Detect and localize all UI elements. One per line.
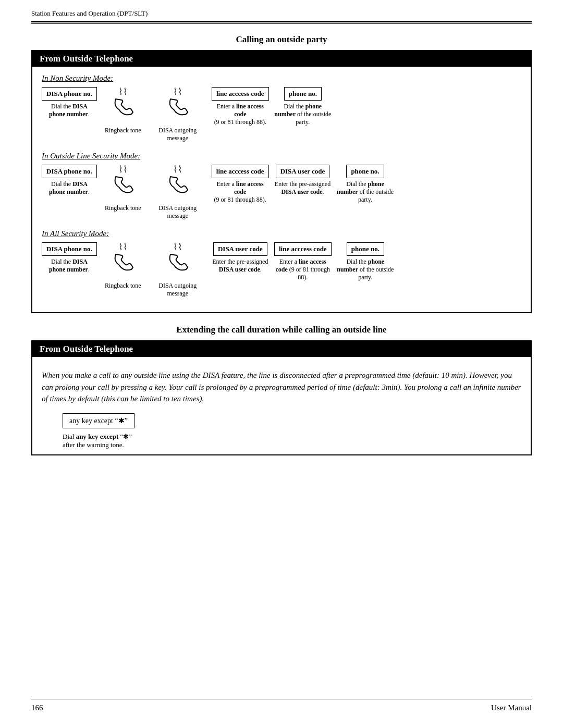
section1-box: From Outside Telephone In Non Security M… bbox=[31, 50, 532, 313]
mode1-step4: line acccess code Enter a line access co… bbox=[212, 87, 269, 126]
mode1-phone-box: phone no. bbox=[284, 87, 322, 101]
mode1-line-desc: Enter a line access code(9 or 81 through… bbox=[212, 103, 269, 126]
mode2-phone-desc: Dial the phonenumber of the outside part… bbox=[337, 180, 394, 204]
mode1-handset2 bbox=[166, 96, 189, 122]
section2-box: From Outside Telephone When you make a c… bbox=[31, 340, 532, 455]
mode3-ringback: Ringback tone bbox=[105, 282, 141, 290]
mode1-section: In Non Security Mode: DISA phone no. Dia… bbox=[42, 74, 521, 142]
mode2-handset2 bbox=[166, 174, 189, 200]
mode3-step4: DISA user code Enter the pre-assigned DI… bbox=[212, 242, 269, 274]
mode3-user-box: DISA user code bbox=[213, 242, 267, 256]
mode3-step2: ⌇⌇ Ringback tone bbox=[102, 242, 144, 290]
mode3-user-desc: Enter the pre-assigned DISA user code. bbox=[212, 258, 269, 274]
mode2-ringback: Ringback tone bbox=[105, 204, 141, 212]
mode1-squig2: ⌇⌇ bbox=[173, 87, 182, 96]
mode1-disa-desc: Dial the DISAphone number. bbox=[49, 103, 90, 118]
mode2-step5: DISA user code Enter the pre-assigned DI… bbox=[274, 165, 332, 196]
mode2-phone2: ⌇⌇ bbox=[166, 165, 189, 202]
mode1-disa-box: DISA phone no. bbox=[42, 87, 97, 101]
mode1-label: In Non Security Mode: bbox=[42, 74, 521, 83]
section2-box-header: From Outside Telephone bbox=[32, 341, 531, 357]
section1-box-header: From Outside Telephone bbox=[32, 51, 531, 67]
mode2-line-box: line acccess code bbox=[212, 165, 269, 178]
any-key-box: any key except “✱” bbox=[63, 413, 134, 428]
page-header: Station Features and Operation (DPT/SLT) bbox=[0, 0, 563, 21]
mode2-disa-out: DISA outgoing message bbox=[149, 204, 206, 220]
header-text: Station Features and Operation (DPT/SLT) bbox=[31, 9, 148, 17]
mode3-step6: phone no. Dial the phone number of the o… bbox=[337, 242, 394, 281]
mode2-disa-box: DISA phone no. bbox=[42, 165, 97, 178]
mode3-flow: DISA phone no. Dial the DISAphone number… bbox=[42, 242, 521, 298]
mode2-label: In Outside Line Security Mode: bbox=[42, 152, 521, 161]
main-content: Calling an outside party From Outside Te… bbox=[0, 24, 563, 477]
section2-paragraph: When you make a call to any outside line… bbox=[42, 369, 521, 405]
page-footer: 166 User Manual bbox=[31, 699, 532, 712]
mode2-step1: DISA phone no. Dial the DISAphone number… bbox=[42, 165, 97, 196]
mode3-handset1 bbox=[112, 252, 134, 278]
mode1-phone-desc: Dial the phone number of the outside par… bbox=[274, 103, 332, 126]
mode1-step1: DISA phone no. Dial the DISAphone number… bbox=[42, 87, 97, 118]
mode3-label: In All Security Mode: bbox=[42, 229, 521, 238]
section1-title: Calling an outside party bbox=[31, 34, 532, 45]
mode2-phone1: ⌇⌇ bbox=[112, 165, 134, 202]
header-rule-thick bbox=[31, 21, 532, 22]
mode2-user-box: DISA user code bbox=[276, 165, 330, 178]
mode3-disa-box: DISA phone no. bbox=[42, 242, 97, 256]
mode1-ringback: Ringback tone bbox=[105, 127, 141, 134]
mode1-squig1: ⌇⌇ bbox=[118, 87, 128, 96]
key-area: any key except “✱” Dial any key except “… bbox=[63, 413, 521, 449]
footer-title: User Manual bbox=[491, 704, 532, 712]
mode1-step3: ⌇⌇ DISA outgoing message bbox=[149, 87, 206, 142]
mode3-disa-out: DISA outgoing message bbox=[149, 282, 206, 298]
mode1-step2: ⌇⌇ Ringback tone bbox=[102, 87, 144, 134]
mode1-phone1: ⌇⌇ bbox=[112, 87, 134, 125]
mode1-line-box: line acccess code bbox=[212, 87, 269, 101]
mode3-phone-desc: Dial the phone number of the outside par… bbox=[337, 258, 394, 281]
mode3-section: In All Security Mode: DISA phone no. Dia… bbox=[42, 229, 521, 298]
mode3-squig2: ⌇⌇ bbox=[173, 242, 182, 252]
mode1-step5: phone no. Dial the phone number of the o… bbox=[274, 87, 332, 126]
mode2-user-desc: Enter the pre-assigned DISA user code. bbox=[274, 180, 332, 196]
mode3-handset2 bbox=[166, 252, 189, 278]
mode3-step5: line acccess code Enter a line access co… bbox=[274, 242, 332, 281]
mode3-disa-desc: Dial the DISAphone number. bbox=[49, 258, 90, 274]
mode3-squig1: ⌇⌇ bbox=[118, 242, 128, 252]
mode1-disa-out: DISA outgoing message bbox=[149, 127, 206, 142]
mode2-squig2: ⌇⌇ bbox=[173, 165, 182, 174]
mode2-phone-box: phone no. bbox=[346, 165, 384, 178]
mode1-flow: DISA phone no. Dial the DISAphone number… bbox=[42, 87, 521, 142]
mode3-phone2: ⌇⌇ bbox=[166, 242, 189, 280]
mode1-handset1 bbox=[112, 96, 134, 122]
key-desc: Dial any key except “✱”after the warning… bbox=[63, 433, 132, 449]
mode2-handset1 bbox=[112, 174, 134, 200]
section1-box-content: In Non Security Mode: DISA phone no. Dia… bbox=[32, 67, 531, 312]
mode2-disa-desc: Dial the DISAphone number. bbox=[49, 180, 90, 196]
mode2-section: In Outside Line Security Mode: DISA phon… bbox=[42, 152, 521, 220]
mode1-phone2: ⌇⌇ bbox=[166, 87, 189, 125]
mode2-step2: ⌇⌇ Ringback tone bbox=[102, 165, 144, 212]
mode3-step3: ⌇⌇ DISA outgoing message bbox=[149, 242, 206, 298]
mode3-line-box: line acccess code bbox=[274, 242, 332, 256]
mode3-line-desc: Enter a line access code (9 or 81 throug… bbox=[274, 258, 332, 281]
mode2-step3: ⌇⌇ DISA outgoing message bbox=[149, 165, 206, 220]
mode3-phone-box: phone no. bbox=[347, 242, 384, 256]
mode2-step6: phone no. Dial the phonenumber of the ou… bbox=[337, 165, 394, 204]
mode3-step1: DISA phone no. Dial the DISAphone number… bbox=[42, 242, 97, 274]
mode2-line-desc: Enter a line accesscode(9 or 81 through … bbox=[214, 180, 266, 204]
mode2-flow: DISA phone no. Dial the DISAphone number… bbox=[42, 165, 521, 220]
mode2-step4: line acccess code Enter a line accesscod… bbox=[212, 165, 269, 204]
section2-title: Extending the call duration while callin… bbox=[31, 325, 532, 335]
section2-box-content: When you make a call to any outside line… bbox=[32, 357, 531, 454]
page-number: 166 bbox=[31, 704, 43, 712]
mode2-squig1: ⌇⌇ bbox=[118, 165, 128, 174]
mode3-phone1: ⌇⌇ bbox=[112, 242, 134, 280]
